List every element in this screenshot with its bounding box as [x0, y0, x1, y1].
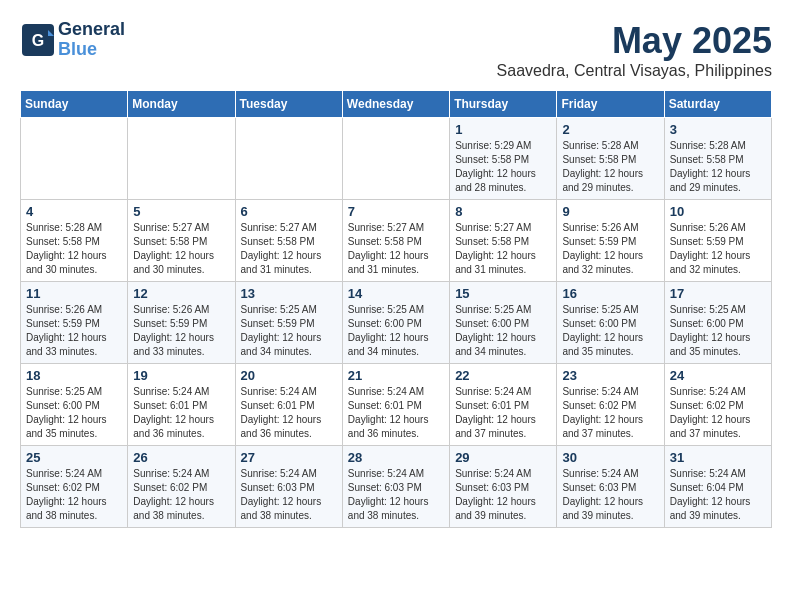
day-number: 21	[348, 368, 444, 383]
day-info: Sunrise: 5:27 AM Sunset: 5:58 PM Dayligh…	[133, 221, 229, 277]
day-info: Sunrise: 5:26 AM Sunset: 5:59 PM Dayligh…	[670, 221, 766, 277]
calendar-week-row: 1Sunrise: 5:29 AM Sunset: 5:58 PM Daylig…	[21, 118, 772, 200]
day-number: 1	[455, 122, 551, 137]
day-number: 24	[670, 368, 766, 383]
title-area: May 2025 Saavedra, Central Visayas, Phil…	[497, 20, 772, 80]
table-row: 17Sunrise: 5:25 AM Sunset: 6:00 PM Dayli…	[664, 282, 771, 364]
day-number: 28	[348, 450, 444, 465]
table-row: 22Sunrise: 5:24 AM Sunset: 6:01 PM Dayli…	[450, 364, 557, 446]
day-info: Sunrise: 5:25 AM Sunset: 6:00 PM Dayligh…	[348, 303, 444, 359]
logo-text-blue: Blue	[58, 40, 125, 60]
calendar-week-row: 4Sunrise: 5:28 AM Sunset: 5:58 PM Daylig…	[21, 200, 772, 282]
calendar-header-row: Sunday Monday Tuesday Wednesday Thursday…	[21, 91, 772, 118]
table-row: 5Sunrise: 5:27 AM Sunset: 5:58 PM Daylig…	[128, 200, 235, 282]
table-row: 1Sunrise: 5:29 AM Sunset: 5:58 PM Daylig…	[450, 118, 557, 200]
logo-icon: G	[20, 22, 56, 58]
day-info: Sunrise: 5:25 AM Sunset: 6:00 PM Dayligh…	[26, 385, 122, 441]
day-number: 23	[562, 368, 658, 383]
header-tuesday: Tuesday	[235, 91, 342, 118]
day-info: Sunrise: 5:27 AM Sunset: 5:58 PM Dayligh…	[348, 221, 444, 277]
table-row: 14Sunrise: 5:25 AM Sunset: 6:00 PM Dayli…	[342, 282, 449, 364]
calendar-week-row: 11Sunrise: 5:26 AM Sunset: 5:59 PM Dayli…	[21, 282, 772, 364]
table-row	[342, 118, 449, 200]
day-number: 18	[26, 368, 122, 383]
day-info: Sunrise: 5:24 AM Sunset: 6:01 PM Dayligh…	[133, 385, 229, 441]
header-friday: Friday	[557, 91, 664, 118]
day-number: 27	[241, 450, 337, 465]
day-number: 11	[26, 286, 122, 301]
table-row: 23Sunrise: 5:24 AM Sunset: 6:02 PM Dayli…	[557, 364, 664, 446]
day-number: 5	[133, 204, 229, 219]
header-saturday: Saturday	[664, 91, 771, 118]
table-row: 2Sunrise: 5:28 AM Sunset: 5:58 PM Daylig…	[557, 118, 664, 200]
table-row: 28Sunrise: 5:24 AM Sunset: 6:03 PM Dayli…	[342, 446, 449, 528]
table-row: 27Sunrise: 5:24 AM Sunset: 6:03 PM Dayli…	[235, 446, 342, 528]
table-row: 12Sunrise: 5:26 AM Sunset: 5:59 PM Dayli…	[128, 282, 235, 364]
header: G General Blue May 2025 Saavedra, Centra…	[20, 20, 772, 80]
calendar-week-row: 18Sunrise: 5:25 AM Sunset: 6:00 PM Dayli…	[21, 364, 772, 446]
day-number: 26	[133, 450, 229, 465]
page-title: May 2025	[497, 20, 772, 62]
table-row: 26Sunrise: 5:24 AM Sunset: 6:02 PM Dayli…	[128, 446, 235, 528]
day-number: 30	[562, 450, 658, 465]
table-row: 6Sunrise: 5:27 AM Sunset: 5:58 PM Daylig…	[235, 200, 342, 282]
day-number: 4	[26, 204, 122, 219]
logo-text-general: General	[58, 20, 125, 40]
day-number: 6	[241, 204, 337, 219]
day-info: Sunrise: 5:26 AM Sunset: 5:59 PM Dayligh…	[562, 221, 658, 277]
table-row: 8Sunrise: 5:27 AM Sunset: 5:58 PM Daylig…	[450, 200, 557, 282]
table-row: 18Sunrise: 5:25 AM Sunset: 6:00 PM Dayli…	[21, 364, 128, 446]
day-info: Sunrise: 5:24 AM Sunset: 6:02 PM Dayligh…	[670, 385, 766, 441]
day-number: 20	[241, 368, 337, 383]
svg-text:G: G	[32, 32, 44, 49]
table-row: 20Sunrise: 5:24 AM Sunset: 6:01 PM Dayli…	[235, 364, 342, 446]
day-info: Sunrise: 5:25 AM Sunset: 6:00 PM Dayligh…	[455, 303, 551, 359]
day-info: Sunrise: 5:24 AM Sunset: 6:02 PM Dayligh…	[133, 467, 229, 523]
day-number: 29	[455, 450, 551, 465]
table-row: 21Sunrise: 5:24 AM Sunset: 6:01 PM Dayli…	[342, 364, 449, 446]
page-subtitle: Saavedra, Central Visayas, Philippines	[497, 62, 772, 80]
calendar-week-row: 25Sunrise: 5:24 AM Sunset: 6:02 PM Dayli…	[21, 446, 772, 528]
table-row: 19Sunrise: 5:24 AM Sunset: 6:01 PM Dayli…	[128, 364, 235, 446]
table-row: 7Sunrise: 5:27 AM Sunset: 5:58 PM Daylig…	[342, 200, 449, 282]
day-number: 17	[670, 286, 766, 301]
day-number: 25	[26, 450, 122, 465]
day-info: Sunrise: 5:24 AM Sunset: 6:02 PM Dayligh…	[26, 467, 122, 523]
day-number: 15	[455, 286, 551, 301]
day-info: Sunrise: 5:27 AM Sunset: 5:58 PM Dayligh…	[241, 221, 337, 277]
calendar-table: Sunday Monday Tuesday Wednesday Thursday…	[20, 90, 772, 528]
day-number: 2	[562, 122, 658, 137]
day-info: Sunrise: 5:28 AM Sunset: 5:58 PM Dayligh…	[562, 139, 658, 195]
table-row: 10Sunrise: 5:26 AM Sunset: 5:59 PM Dayli…	[664, 200, 771, 282]
day-info: Sunrise: 5:26 AM Sunset: 5:59 PM Dayligh…	[133, 303, 229, 359]
day-info: Sunrise: 5:25 AM Sunset: 6:00 PM Dayligh…	[670, 303, 766, 359]
day-number: 13	[241, 286, 337, 301]
table-row	[235, 118, 342, 200]
header-sunday: Sunday	[21, 91, 128, 118]
table-row: 9Sunrise: 5:26 AM Sunset: 5:59 PM Daylig…	[557, 200, 664, 282]
day-info: Sunrise: 5:24 AM Sunset: 6:01 PM Dayligh…	[455, 385, 551, 441]
day-number: 9	[562, 204, 658, 219]
day-info: Sunrise: 5:25 AM Sunset: 5:59 PM Dayligh…	[241, 303, 337, 359]
logo: G General Blue	[20, 20, 125, 60]
day-number: 14	[348, 286, 444, 301]
header-wednesday: Wednesday	[342, 91, 449, 118]
table-row: 24Sunrise: 5:24 AM Sunset: 6:02 PM Dayli…	[664, 364, 771, 446]
header-thursday: Thursday	[450, 91, 557, 118]
table-row	[21, 118, 128, 200]
day-number: 3	[670, 122, 766, 137]
table-row: 3Sunrise: 5:28 AM Sunset: 5:58 PM Daylig…	[664, 118, 771, 200]
table-row: 25Sunrise: 5:24 AM Sunset: 6:02 PM Dayli…	[21, 446, 128, 528]
day-info: Sunrise: 5:24 AM Sunset: 6:02 PM Dayligh…	[562, 385, 658, 441]
table-row: 30Sunrise: 5:24 AM Sunset: 6:03 PM Dayli…	[557, 446, 664, 528]
day-info: Sunrise: 5:24 AM Sunset: 6:03 PM Dayligh…	[348, 467, 444, 523]
day-info: Sunrise: 5:26 AM Sunset: 5:59 PM Dayligh…	[26, 303, 122, 359]
day-number: 10	[670, 204, 766, 219]
table-row: 29Sunrise: 5:24 AM Sunset: 6:03 PM Dayli…	[450, 446, 557, 528]
day-number: 19	[133, 368, 229, 383]
day-number: 22	[455, 368, 551, 383]
day-info: Sunrise: 5:29 AM Sunset: 5:58 PM Dayligh…	[455, 139, 551, 195]
table-row: 4Sunrise: 5:28 AM Sunset: 5:58 PM Daylig…	[21, 200, 128, 282]
table-row: 11Sunrise: 5:26 AM Sunset: 5:59 PM Dayli…	[21, 282, 128, 364]
day-info: Sunrise: 5:27 AM Sunset: 5:58 PM Dayligh…	[455, 221, 551, 277]
